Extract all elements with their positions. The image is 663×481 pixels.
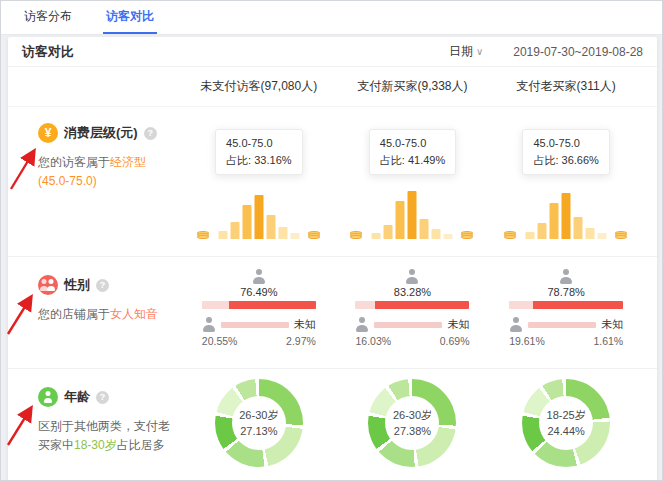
date-range-picker[interactable]: 2019-07-30~2019-08-28: [513, 45, 643, 59]
tooltip-range: 45.0-75.0: [226, 135, 291, 152]
consumption-cell-new-buyers: 45.0-75.0 占比: 41.49%: [336, 107, 490, 256]
help-icon[interactable]: ?: [96, 279, 109, 292]
female-icon: [559, 269, 573, 284]
age-desc-highlight: 18-30岁: [74, 438, 117, 452]
age-title: 年龄: [64, 388, 90, 406]
consumption-label-area: ¥ 消费层级(元) ? 您的访客属于经济型(45.0-75.0): [22, 107, 182, 256]
help-icon[interactable]: ?: [144, 127, 157, 140]
date-area: 日期∨ 2019-07-30~2019-08-28: [449, 43, 643, 60]
column-header-unpaid: 未支付访客(97,080人): [182, 78, 336, 95]
female-percentage: 83.28%: [355, 286, 469, 298]
male-percentage: 16.03%: [355, 335, 391, 347]
column-header-repeat-buyers: 支付老买家(311人): [489, 78, 643, 95]
gender-cell-repeat-buyers: 78.78% 未知 19.61% 1.61%: [489, 257, 643, 368]
donut-center-value: 24.44%: [548, 423, 585, 440]
gender-cell-new-buyers: 83.28% 未知 16.03% 0.69%: [336, 257, 490, 368]
unknown-percentage: 1.61%: [593, 335, 623, 347]
consumption-title: 消费层级(元): [64, 124, 138, 142]
yuan-icon: ¥: [38, 123, 58, 143]
gender-title: 性别: [64, 276, 90, 294]
female-bar: [509, 301, 623, 309]
donut-center-value: 27.38%: [394, 423, 431, 440]
gender-label-area: 性别 ? 您的店铺属于女人知音: [22, 257, 182, 368]
age-icon: [38, 387, 58, 407]
tab-bar: 访客分布 访客对比: [1, 1, 662, 35]
male-bar: [221, 322, 289, 328]
row-gender: 性别 ? 您的店铺属于女人知音 76.49% 未知: [8, 257, 657, 369]
help-icon[interactable]: ?: [96, 391, 109, 404]
tab-visitor-distribution[interactable]: 访客分布: [21, 1, 75, 34]
coin-stack-icon: [461, 233, 474, 239]
consumption-cell-repeat-buyers: 45.0-75.0 占比: 36.66%: [489, 107, 643, 256]
tooltip-ratio: 占比: 41.49%: [380, 152, 445, 169]
male-icon: [202, 317, 216, 332]
male-percentage: 20.55%: [202, 335, 238, 347]
consumption-bar-chart: [372, 191, 453, 239]
female-icon: [252, 269, 266, 284]
male-icon: [355, 317, 369, 332]
gender-desc-highlight: 女人知音: [110, 307, 158, 321]
gender-cell-unpaid: 76.49% 未知 20.55% 2.97%: [182, 257, 336, 368]
consumption-cell-unpaid: 45.0-75.0 占比: 33.16%: [182, 107, 336, 256]
coin-stack-icon: [350, 233, 363, 239]
gender-description: 您的店铺属于女人知音: [38, 305, 170, 324]
date-dropdown[interactable]: 日期∨: [449, 43, 483, 60]
coin-stack-icon: [308, 233, 321, 239]
age-desc-suffix: 占比居多: [117, 438, 165, 452]
age-donut-chart: 26-30岁 27.13%: [215, 379, 303, 467]
consumption-description: 您的访客属于经济型(45.0-75.0): [38, 153, 170, 191]
tab-visitor-comparison[interactable]: 访客对比: [103, 1, 157, 34]
tooltip-range: 45.0-75.0: [380, 135, 445, 152]
column-header-row: 未支付访客(97,080人) 支付新买家(9,338人) 支付老买家(311人): [8, 67, 657, 107]
card-title: 访客对比: [22, 43, 74, 61]
donut-center: 26-30岁 27.38%: [385, 396, 439, 450]
age-cell-repeat-buyers: 18-25岁 24.44%: [489, 369, 643, 481]
age-label-area: 年龄 ? 区别于其他两类，支付老买家中18-30岁占比居多: [22, 369, 182, 481]
unknown-percentage: 0.69%: [440, 335, 470, 347]
unknown-label: 未知: [601, 317, 623, 332]
age-cell-new-buyers: 26-30岁 27.38%: [336, 369, 490, 481]
consumption-desc-prefix: 您的访客属于: [38, 155, 110, 169]
tooltip-range: 45.0-75.0: [533, 135, 598, 152]
column-header-new-buyers: 支付新买家(9,338人): [336, 78, 490, 95]
male-bar: [374, 322, 442, 328]
unknown-label: 未知: [294, 317, 316, 332]
donut-center: 26-30岁 27.13%: [232, 396, 286, 450]
gender-desc-prefix: 您的店铺属于: [38, 307, 110, 321]
coin-stack-icon: [615, 233, 628, 239]
consumption-bar-chart: [218, 195, 299, 239]
donut-center-label: 26-30岁: [239, 407, 278, 424]
range-tooltip: 45.0-75.0 占比: 41.49%: [369, 129, 456, 175]
coin-stack-icon: [504, 233, 517, 239]
female-icon: [405, 269, 419, 284]
card-header: 访客对比 日期∨ 2019-07-30~2019-08-28: [8, 37, 657, 67]
comparison-card: 访客对比 日期∨ 2019-07-30~2019-08-28 未支付访客(97,…: [8, 37, 657, 481]
coin-stack-icon: [197, 233, 210, 239]
row-age: 年龄 ? 区别于其他两类，支付老买家中18-30岁占比居多 26-30岁 27.…: [8, 369, 657, 481]
male-icon: [509, 317, 523, 332]
age-cell-unpaid: 26-30岁 27.13%: [182, 369, 336, 481]
row-consumption-level: ¥ 消费层级(元) ? 您的访客属于经济型(45.0-75.0) 45.0-75…: [8, 107, 657, 257]
donut-center-value: 27.13%: [240, 423, 277, 440]
female-percentage: 76.49%: [202, 286, 316, 298]
date-dropdown-label: 日期: [449, 44, 473, 58]
tooltip-ratio: 占比: 36.66%: [533, 152, 598, 169]
male-percentage: 19.61%: [509, 335, 545, 347]
chevron-down-icon: ∨: [476, 46, 483, 57]
range-tooltip: 45.0-75.0 占比: 33.16%: [215, 129, 302, 175]
female-bar: [202, 301, 316, 309]
unknown-percentage: 2.97%: [286, 335, 316, 347]
visitor-comparison-page: 访客分布 访客对比 访客对比 日期∨ 2019-07-30~2019-08-28…: [0, 0, 663, 481]
age-description: 区别于其他两类，支付老买家中18-30岁占比居多: [38, 417, 170, 455]
donut-center-label: 26-30岁: [393, 407, 432, 424]
male-bar: [528, 322, 596, 328]
unknown-label: 未知: [447, 317, 469, 332]
age-donut-chart: 18-25岁 24.44%: [522, 379, 610, 467]
donut-center-label: 18-25岁: [547, 407, 586, 424]
female-percentage: 78.78%: [509, 286, 623, 298]
age-donut-chart: 26-30岁 27.38%: [368, 379, 456, 467]
range-tooltip: 45.0-75.0 占比: 36.66%: [522, 129, 609, 175]
consumption-bar-chart: [526, 193, 607, 239]
tooltip-ratio: 占比: 33.16%: [226, 152, 291, 169]
donut-center: 18-25岁 24.44%: [539, 396, 593, 450]
